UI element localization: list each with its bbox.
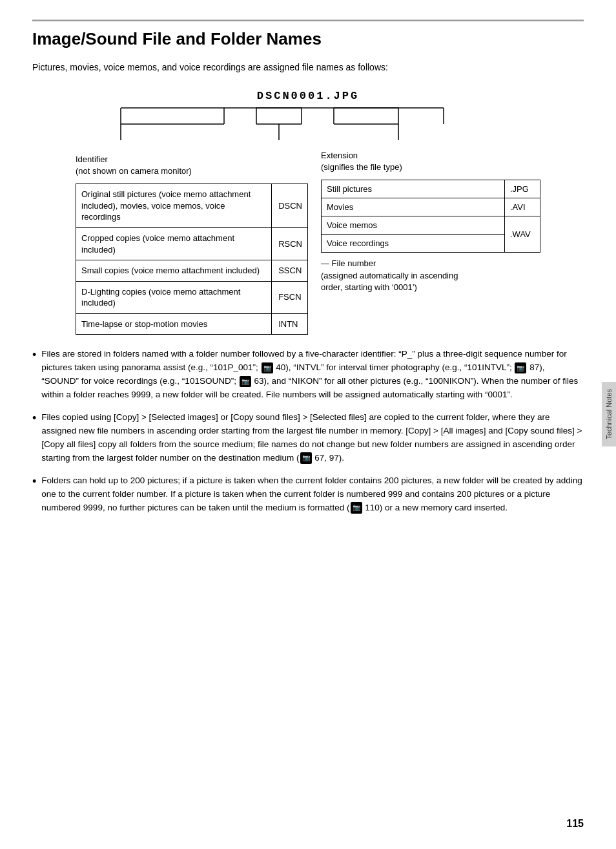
sidebar-tab-text: Technical Notes [605, 389, 613, 439]
table-row: Cropped copies (voice memo attachment in… [76, 228, 308, 260]
bullet-list: • Files are stored in folders named with… [32, 348, 584, 514]
identifier-table: Original still pictures (voice memo atta… [76, 183, 308, 335]
desc-cell: Small copies (voice memo attachment incl… [76, 260, 272, 282]
left-column: Identifier(not shown on camera monitor) … [76, 150, 308, 335]
page-title: Image/Sound File and Folder Names [32, 29, 584, 49]
intro-text: Pictures, movies, voice memos, and voice… [32, 61, 584, 74]
table-row: Voice memos .WAV [322, 216, 540, 235]
page: Image/Sound File and Folder Names Pictur… [0, 0, 616, 849]
diagram-columns: Identifier(not shown on camera monitor) … [76, 150, 540, 335]
ref-icon: 📷 [240, 376, 251, 388]
ref-icon: 📷 [515, 362, 526, 374]
list-item: • Folders can hold up to 200 pictures; i… [32, 474, 584, 515]
bracket-svg [82, 105, 534, 150]
ext-cell: .AVI [505, 198, 540, 216]
code-cell: FSCN [272, 281, 308, 313]
type-cell: Movies [322, 198, 505, 216]
table-row: Movies .AVI [322, 198, 540, 216]
ref-icon: 📷 [262, 362, 273, 374]
extension-label: Extension(signifies the file type) [321, 150, 540, 173]
sidebar-tab: Technical Notes [602, 382, 616, 446]
type-cell: Still pictures [322, 180, 505, 198]
type-cell: Voice recordings [322, 235, 505, 253]
extension-table: Still pictures .JPG Movies .AVI Voice me… [321, 180, 540, 253]
bullet-dot: • [32, 412, 36, 426]
page-number: 115 [566, 818, 584, 830]
header-bar: Image/Sound File and Folder Names [32, 20, 584, 49]
code-cell: SSCN [272, 260, 308, 282]
desc-cell: Time-lapse or stop-motion movies [76, 313, 272, 335]
right-column: Extension(signifies the file type) Still… [308, 150, 540, 335]
code-cell: INTN [272, 313, 308, 335]
ref-icon: 📷 [351, 502, 362, 514]
bullet-text: Folders can hold up to 200 pictures; if … [41, 474, 584, 515]
diagram-area: DSCN0001.JPG [32, 90, 584, 335]
bullet-dot: • [32, 475, 36, 489]
table-row: Time-lapse or stop-motion movies INTN [76, 313, 308, 335]
filename-label: DSCN0001.JPG [257, 90, 359, 102]
type-cell: Voice memos [322, 216, 505, 235]
table-row: Small copies (voice memo attachment incl… [76, 260, 308, 282]
identifier-label: Identifier(not shown on camera monitor) [76, 150, 308, 183]
code-cell: DSCN [272, 184, 308, 228]
bullet-text: Files are stored in folders named with a… [41, 348, 584, 402]
ext-cell: .JPG [505, 180, 540, 198]
bullet-text: Files copied using [Copy] > [Selected im… [41, 411, 584, 465]
table-row: Original still pictures (voice memo atta… [76, 184, 308, 228]
table-row: Still pictures .JPG [322, 180, 540, 198]
desc-cell: D-Lighting copies (voice memo attachment… [76, 281, 272, 313]
ref-icon: 📷 [300, 452, 312, 464]
list-item: • Files copied using [Copy] > [Selected … [32, 411, 584, 465]
list-item: • Files are stored in folders named with… [32, 348, 584, 402]
code-cell: RSCN [272, 228, 308, 260]
ext-cell: .WAV [505, 216, 540, 253]
bullet-dot: • [32, 348, 36, 362]
desc-cell: Original still pictures (voice memo atta… [76, 184, 272, 228]
table-row: D-Lighting copies (voice memo attachment… [76, 281, 308, 313]
desc-cell: Cropped copies (voice memo attachment in… [76, 228, 272, 260]
file-number-note: — File number (assigned automatically in… [321, 258, 540, 293]
